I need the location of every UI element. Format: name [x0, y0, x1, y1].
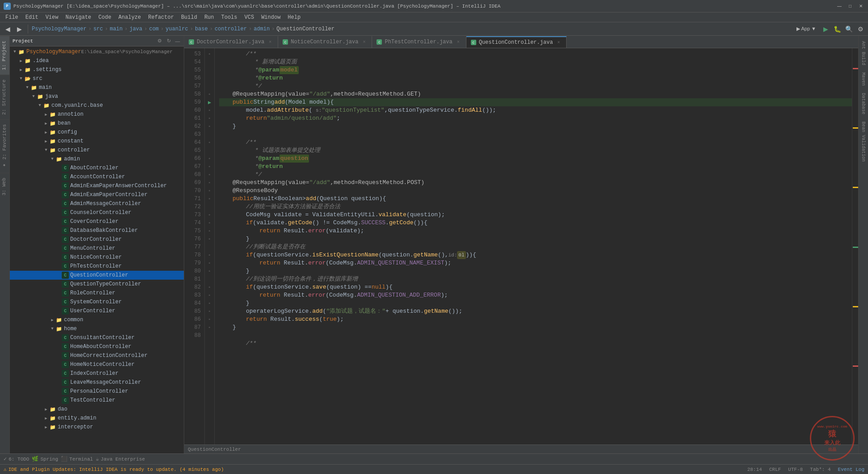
right-tab-maven[interactable]: Maven [860, 69, 867, 89]
tree-system-controller[interactable]: C SystemController [10, 298, 184, 306]
breadcrumb-yuanlrc[interactable]: yuanlrc [165, 26, 188, 32]
tree-doctor-controller[interactable]: C DoctorController [10, 235, 184, 244]
tree-home-folder[interactable]: ▼ 📁 home [10, 324, 184, 333]
breadcrumb-java[interactable]: java [129, 26, 142, 32]
breadcrumb-admin[interactable]: admin [254, 26, 270, 32]
tree-question-controller[interactable]: C QuestionController [10, 271, 184, 280]
tree-test-controller[interactable]: C TestController [10, 396, 184, 405]
tree-java[interactable]: ▼ 📁 java [10, 92, 184, 101]
tree-interceptor[interactable]: ▶ 📁 interceptor [10, 423, 184, 432]
tab-favorites[interactable]: ★ 2: Favorites [0, 119, 9, 173]
tree-constant[interactable]: ▶ 📁 constant [10, 137, 184, 146]
tree-main[interactable]: ▼ 📁 main [10, 83, 184, 92]
tree-homecorrection-controller[interactable]: C HomeCorrectionController [10, 351, 184, 360]
tab-structure[interactable]: 2: Structure [0, 75, 9, 119]
tab-doctorcontroller[interactable]: C DoctorController.java × [184, 36, 278, 48]
tree-role-controller[interactable]: C RoleController [10, 289, 184, 298]
tree-homeabout-controller[interactable]: C HomeAboutController [10, 342, 184, 351]
tree-counselor-controller[interactable]: C CounselorController [10, 208, 184, 217]
tree-leavemessage-controller[interactable]: C LeaveMessageController [10, 378, 184, 387]
tree-phtest-controller[interactable]: C PhTestController [10, 262, 184, 271]
breadcrumb-questioncontroller[interactable]: QuestionController [276, 26, 334, 32]
breadcrumb-main[interactable]: main [110, 26, 123, 32]
tab-phtestcontroller[interactable]: C PhTestController.java × [372, 36, 466, 48]
toolbar-forward[interactable]: ▶ [14, 24, 24, 34]
status-encoding[interactable]: UTF-8 [788, 467, 803, 472]
tree-consultant-controller[interactable]: C ConsultantController [10, 333, 184, 342]
menu-file[interactable]: File [2, 13, 22, 22]
tree-settings[interactable]: ▶ 📁 .settings [10, 65, 184, 74]
menu-refactor[interactable]: Refactor [144, 13, 178, 22]
toolbar-app[interactable]: ▶ App ▼ [794, 24, 819, 34]
tree-questiontype-controller[interactable]: C QuestionTypeController [10, 280, 184, 289]
breadcrumb-psychologymanager[interactable]: PsychologyManager [32, 26, 86, 32]
tree-admin-folder[interactable]: ▼ 📁 admin [10, 155, 184, 164]
toolbar-search-everywhere[interactable]: 🔍 [844, 24, 854, 34]
tree-config[interactable]: ▶ 📁 config [10, 128, 184, 137]
tree-root[interactable]: ▼ 📁 PsychologyManager E:\idea_space\Psyc… [10, 47, 184, 56]
tree-entity-admin[interactable]: ▶ 📁 entity.admin [10, 414, 184, 423]
tab-close-phtest[interactable]: × [455, 39, 462, 45]
toolbar-back[interactable]: ◀ [3, 24, 13, 34]
tree-com-yuanlrc-base[interactable]: ▼ 📁 com.yuanlrc.base [10, 101, 184, 110]
tree-user-controller[interactable]: C UserController [10, 306, 184, 315]
menu-help[interactable]: Help [284, 13, 304, 22]
right-tab-bean-validation[interactable]: Bean Validation [860, 118, 867, 165]
tree-adminexampaper-controller[interactable]: C AdminExamPaperController [10, 190, 184, 199]
tree-common[interactable]: ▶ 📁 common [10, 315, 184, 324]
right-tab-database[interactable]: Database [860, 89, 867, 118]
tree-homenotice-controller[interactable]: C HomeNoticeController [10, 360, 184, 369]
menu-code[interactable]: Code [95, 13, 115, 22]
tree-notice-controller[interactable]: C NoticeController [10, 253, 184, 262]
tree-annotion[interactable]: ▶ 📁 annotion [10, 110, 184, 119]
breadcrumb-src[interactable]: src [93, 26, 103, 32]
tree-cover-controller[interactable]: C CoverController [10, 217, 184, 226]
project-panel-settings[interactable]: ⚙ [156, 38, 163, 45]
tree-bean[interactable]: ▶ 📁 bean [10, 119, 184, 128]
menu-edit[interactable]: Edit [22, 13, 42, 22]
tree-index-controller[interactable]: C IndexController [10, 369, 184, 378]
minimize-button[interactable]: — [836, 3, 843, 10]
status-event-log[interactable]: Event Log [838, 467, 864, 472]
tree-menu-controller[interactable]: C MenuController [10, 244, 184, 253]
tree-dao[interactable]: ▶ 📁 dao [10, 405, 184, 414]
menu-tools[interactable]: Tools [218, 13, 241, 22]
menu-build[interactable]: Build [178, 13, 201, 22]
breadcrumb-com[interactable]: com [149, 26, 159, 32]
maximize-button[interactable]: □ [847, 3, 854, 10]
code-editor[interactable]: /** * 新增试题页面 * @param model * @return [215, 48, 852, 445]
tree-adminexampaperanswer-controller[interactable]: C AdminExamPaperAnswerController [10, 181, 184, 190]
tab-close-doctor[interactable]: × [267, 39, 273, 45]
menu-run[interactable]: Run [201, 13, 218, 22]
breadcrumb-base[interactable]: base [195, 26, 208, 32]
toolbar-debug[interactable]: 🐛 [832, 24, 842, 34]
tab-close-question[interactable]: × [555, 39, 562, 46]
tab-close-notice[interactable]: × [361, 39, 367, 45]
tree-databasebak-controller[interactable]: C DatabaseBakController [10, 226, 184, 235]
breadcrumb-controller[interactable]: controller [215, 26, 247, 32]
toolbar-settings[interactable]: ⚙ [855, 24, 865, 34]
tree-about-controller[interactable]: C AboutController [10, 164, 184, 172]
bottom-todo[interactable]: ✓ 6: TODO [4, 456, 29, 462]
tab-noticecontroller[interactable]: C NoticeController.java × [278, 36, 372, 48]
tree-src[interactable]: ▼ 📂 src [10, 74, 184, 83]
status-line-ending[interactable]: CRLF [769, 467, 781, 472]
menu-vcs[interactable]: VCS [241, 13, 258, 22]
tree-controller[interactable]: ▼ 📁 controller [10, 146, 184, 155]
tree-idea[interactable]: ▶ 📁 .idea [10, 56, 184, 65]
bottom-terminal[interactable]: ⬛ Terminal [61, 456, 93, 462]
tree-personal-controller[interactable]: C PersonalController [10, 387, 184, 396]
bottom-java-enterprise[interactable]: ☕ Java Enterprise [96, 456, 145, 462]
status-warning[interactable]: ⚠ IDE and Plugin Updates: IntelliJ IDEA … [4, 466, 224, 472]
menu-navigate[interactable]: Navigate [62, 13, 95, 22]
tree-adminmessage-controller[interactable]: C AdminMessageController [10, 199, 184, 208]
status-indent[interactable]: Tab*: 4 [810, 467, 830, 472]
menu-view[interactable]: View [42, 13, 62, 22]
project-panel-collapse[interactable]: — [174, 38, 181, 45]
right-tab-ant[interactable]: Ant Build [860, 38, 867, 69]
menu-window[interactable]: Window [258, 13, 284, 22]
tree-account-controller[interactable]: C AccountController [10, 172, 184, 181]
bottom-spring[interactable]: 🌿 Spring [32, 456, 58, 462]
close-button[interactable]: ✕ [857, 3, 864, 10]
project-panel-sync[interactable]: ↻ [165, 38, 172, 45]
